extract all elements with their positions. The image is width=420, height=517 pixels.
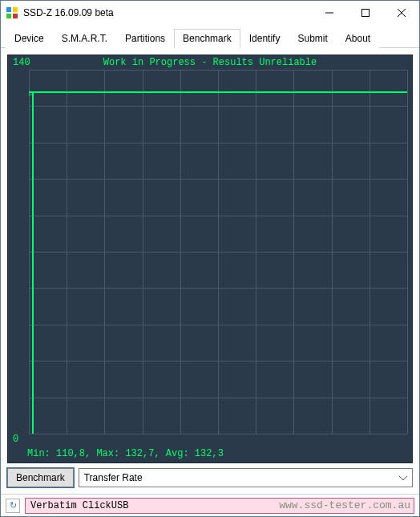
svg-rect-2 [6,14,11,18]
tab-partitions[interactable]: Partitions [116,29,174,48]
svg-rect-3 [13,14,18,18]
tab-benchmark[interactable]: Benchmark [174,29,240,48]
chart-grid: ▷ [29,70,407,434]
minimize-button[interactable] [311,1,347,25]
mode-dropdown[interactable]: Transfer Rate [79,468,413,487]
refresh-icon[interactable]: ↻ [6,499,20,513]
app-icon [6,6,18,19]
benchmark-button[interactable]: Benchmark [7,468,74,487]
benchmark-panel: 140 Work in Progress - Results Unreliabl… [1,48,419,494]
titlebar: SSD-Z 16.09.09 beta [1,1,419,25]
chevron-down-icon [399,472,407,483]
tab-smart[interactable]: S.M.A.R.T. [53,29,116,48]
close-button[interactable] [383,1,419,25]
tabstrip: Device S.M.A.R.T. Partitions Benchmark I… [1,25,419,48]
chart-data-line [29,91,407,93]
chart-stats: Min: 110,8, Max: 132,7, Avg: 132,3 [27,448,224,459]
device-name-field[interactable]: Verbatim ClickUSB www.ssd-tester.com.au [25,498,414,514]
benchmark-chart: 140 Work in Progress - Results Unreliabl… [7,55,413,463]
svg-rect-5 [361,10,369,17]
window-controls [311,1,419,25]
chart-data-initial-spike [32,91,34,434]
svg-rect-0 [6,7,11,12]
benchmark-controls: Benchmark Transfer Rate [7,468,413,487]
maximize-button[interactable] [347,1,383,25]
tab-device[interactable]: Device [6,29,53,48]
svg-rect-1 [13,7,18,12]
tab-identify[interactable]: Identify [240,29,289,48]
device-name-text: Verbatim ClickUSB [30,500,128,511]
watermark-text: www.ssd-tester.com.au [279,499,410,511]
statusbar: ↻ Verbatim ClickUSB www.ssd-tester.com.a… [1,494,419,516]
mode-dropdown-value: Transfer Rate [84,472,143,483]
tab-submit[interactable]: Submit [289,29,336,48]
tab-about[interactable]: About [337,29,379,48]
window-title: SSD-Z 16.09.09 beta [23,7,311,18]
y-axis-min: 0 [13,434,18,445]
chart-title: Work in Progress - Results Unreliable [8,57,412,68]
